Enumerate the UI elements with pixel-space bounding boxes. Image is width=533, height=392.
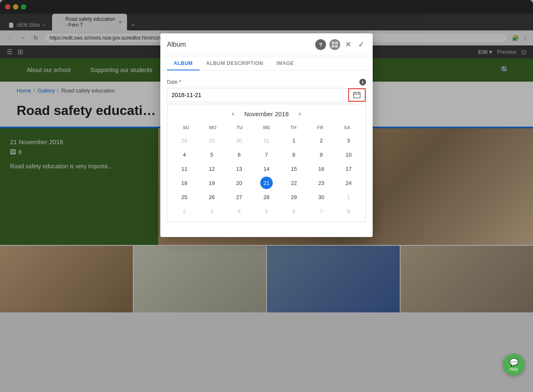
- calendar-day[interactable]: 28: [178, 134, 191, 147]
- calendar-day[interactable]: 6: [233, 148, 245, 161]
- date-input[interactable]: [167, 88, 348, 102]
- fullscreen-icon-modal[interactable]: [329, 39, 340, 50]
- calendar-day[interactable]: 23: [315, 177, 327, 189]
- calendar-day[interactable]: 31: [260, 134, 273, 147]
- calendar-toggle-button[interactable]: [348, 88, 366, 102]
- calendar-day[interactable]: 29: [288, 191, 300, 203]
- calendar-day[interactable]: 25: [178, 191, 191, 203]
- calendar-grid: SU MO TU WE TH FR SA 2829303112345678910…: [167, 123, 366, 222]
- album-modal: Album ? ✕ ✓ ALBUM ALBUM DESCRIPTION IMAG…: [160, 33, 373, 237]
- weekday-we: WE: [253, 123, 280, 132]
- calendar-day[interactable]: 8: [288, 148, 300, 161]
- calendar-day[interactable]: 3: [342, 134, 355, 147]
- calendar-day[interactable]: 21: [260, 177, 273, 189]
- modal-tabs: ALBUM ALBUM DESCRIPTION IMAGE: [160, 56, 373, 70]
- tab-album[interactable]: ALBUM: [167, 56, 199, 70]
- required-marker: *: [179, 79, 181, 85]
- svg-rect-2: [332, 45, 334, 47]
- modal-title: Album: [167, 41, 312, 48]
- modal-header: Album ? ✕ ✓: [160, 33, 373, 56]
- tab-image[interactable]: IMAGE: [270, 56, 301, 70]
- date-label: Date * ℹ: [167, 79, 366, 85]
- calendar-day[interactable]: 8: [342, 205, 355, 217]
- svg-rect-4: [354, 92, 360, 98]
- modal-close-button[interactable]: ✕: [344, 40, 353, 49]
- calendar-day[interactable]: 27: [233, 191, 245, 203]
- svg-rect-1: [336, 42, 337, 44]
- calendar-day[interactable]: 5: [206, 148, 218, 161]
- date-info-icon[interactable]: ℹ: [359, 79, 366, 85]
- calendar-day[interactable]: 3: [206, 205, 218, 217]
- modal-overlay: Album ? ✕ ✓ ALBUM ALBUM DESCRIPTION IMAG…: [0, 0, 533, 313]
- calendar-day[interactable]: 15: [288, 162, 300, 175]
- modal-confirm-button[interactable]: ✓: [356, 40, 366, 49]
- calendar-day[interactable]: 7: [315, 205, 327, 217]
- calendar-prev-button[interactable]: ‹: [229, 108, 237, 119]
- calendar-day[interactable]: 2: [178, 205, 191, 217]
- calendar-day[interactable]: 11: [178, 162, 191, 175]
- date-input-wrap: [167, 88, 366, 102]
- calendar-day[interactable]: 1: [288, 134, 300, 147]
- calendar-day[interactable]: 13: [233, 162, 245, 175]
- calendar-day[interactable]: 30: [233, 134, 245, 147]
- calendar-day[interactable]: 14: [260, 162, 273, 175]
- weekday-th: TH: [280, 123, 307, 132]
- calendar-weekdays: SU MO TU WE TH FR SA: [171, 123, 362, 132]
- calendar-day[interactable]: 9: [315, 148, 327, 161]
- calendar-next-button[interactable]: ›: [295, 108, 304, 119]
- calendar-day[interactable]: 26: [206, 191, 218, 203]
- calendar-month-year: November 2018: [244, 110, 289, 117]
- weekday-mo: MO: [199, 123, 227, 132]
- calendar-day[interactable]: 20: [233, 177, 245, 189]
- calendar-day[interactable]: 29: [206, 134, 218, 147]
- weekday-tu: TU: [226, 123, 253, 132]
- calendar-day[interactable]: 12: [206, 162, 218, 175]
- calendar-day[interactable]: 16: [315, 162, 327, 175]
- calendar-day[interactable]: 18: [178, 177, 191, 189]
- calendar-days: 2829303112345678910111213141516171819202…: [171, 133, 362, 218]
- calendar-day[interactable]: 1: [342, 191, 355, 203]
- date-label-text: Date: [167, 79, 177, 85]
- calendar-day[interactable]: 7: [260, 148, 273, 161]
- weekday-fr: FR: [307, 123, 334, 132]
- calendar-day[interactable]: 5: [260, 205, 273, 217]
- calendar-day[interactable]: 30: [315, 191, 327, 203]
- calendar-day[interactable]: 19: [206, 177, 218, 189]
- calendar-day[interactable]: 6: [288, 205, 300, 217]
- calendar-day[interactable]: 22: [288, 177, 300, 189]
- calendar-day[interactable]: 24: [342, 177, 355, 189]
- svg-rect-0: [332, 42, 334, 44]
- tab-album-description[interactable]: ALBUM DESCRIPTION: [199, 56, 270, 70]
- date-field: Date * ℹ: [167, 79, 366, 222]
- calendar-day[interactable]: 4: [178, 148, 191, 161]
- svg-rect-3: [336, 45, 337, 47]
- modal-body: Date * ℹ: [160, 70, 373, 237]
- calendar-day[interactable]: 4: [233, 205, 245, 217]
- calendar-day[interactable]: 2: [315, 134, 327, 147]
- calendar-day[interactable]: 10: [342, 148, 355, 161]
- help-icon-modal[interactable]: ?: [315, 39, 326, 50]
- weekday-sa: SA: [334, 123, 361, 132]
- calendar-header: ‹ November 2018 ›: [167, 104, 366, 123]
- calendar-day[interactable]: 17: [342, 162, 355, 175]
- date-calendar: ‹ November 2018 › SU MO TU WE TH FR SA: [167, 104, 366, 222]
- calendar-day[interactable]: 28: [260, 191, 273, 203]
- weekday-su: SU: [172, 123, 199, 132]
